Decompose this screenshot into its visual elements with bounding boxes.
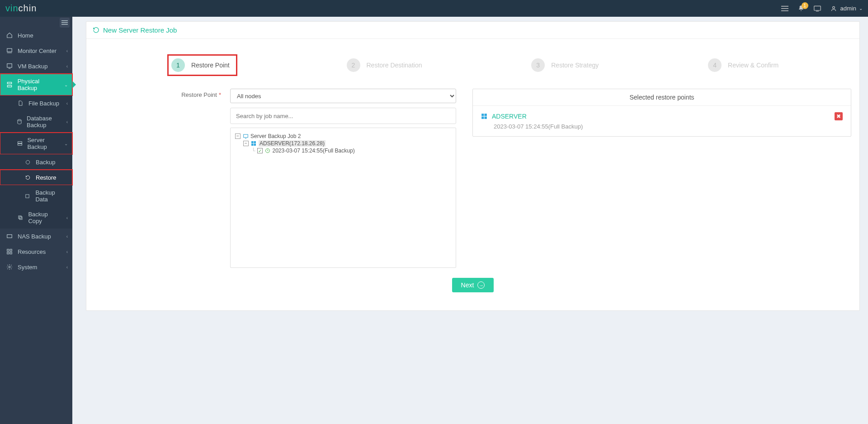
chevron-left-icon: ‹ bbox=[66, 119, 68, 124]
form-row: Restore Point* All nodes − bbox=[94, 89, 851, 268]
svg-rect-14 bbox=[7, 86, 11, 87]
sidebar-item-monitor[interactable]: Monitor Center ‹ bbox=[0, 43, 72, 58]
brand-logo: vinchin bbox=[5, 3, 37, 14]
chevron-left-icon: ‹ bbox=[66, 249, 68, 254]
svg-rect-6 bbox=[61, 20, 68, 21]
next-button[interactable]: Next → bbox=[452, 278, 494, 292]
app-header: vinchin 1 admin ⌄ bbox=[0, 0, 868, 17]
restore-title-icon bbox=[93, 27, 99, 33]
right-column: Selected restore points ADSERVER ✖ 2023-… bbox=[472, 89, 851, 268]
sidebar-item-dbbackup[interactable]: Database Backup ‹ bbox=[0, 111, 72, 133]
server-icon bbox=[17, 140, 23, 147]
sidebar-label-home: Home bbox=[18, 32, 33, 39]
search-input[interactable] bbox=[231, 108, 456, 124]
svg-rect-11 bbox=[7, 64, 12, 67]
sidebar-label-filebackup: File Backup bbox=[28, 100, 59, 107]
svg-rect-7 bbox=[61, 22, 68, 23]
step-1[interactable]: 1 Restore Point bbox=[167, 54, 237, 76]
brand-part1: vin bbox=[5, 3, 19, 13]
step-3-label: Restore Strategy bbox=[551, 62, 599, 69]
notification-badge: 1 bbox=[802, 2, 808, 9]
selected-server-name: ADSERVER bbox=[492, 113, 527, 120]
resources-icon bbox=[6, 248, 13, 255]
user-menu[interactable]: admin ⌄ bbox=[830, 5, 863, 13]
step-4[interactable]: 4 Review & Confirm bbox=[708, 54, 778, 76]
selected-panel-title: Selected restore points bbox=[473, 89, 851, 106]
arrow-right-icon: → bbox=[477, 281, 485, 289]
chevron-down-icon: ⌄ bbox=[64, 141, 68, 146]
header-right: 1 admin ⌄ bbox=[781, 5, 863, 13]
sidebar-label-physicalbackup: Physical Backup bbox=[18, 78, 60, 91]
sidebar: Home Monitor Center ‹ VM Backup ‹ Physic… bbox=[0, 17, 72, 424]
tree-job-row[interactable]: − Server Backup Job 2 bbox=[235, 133, 451, 140]
step-4-circle: 4 bbox=[708, 58, 722, 72]
sidebar-item-home[interactable]: Home bbox=[0, 28, 72, 43]
page-title: New Server Restore Job bbox=[103, 26, 177, 34]
sidebar-item-backupdata[interactable]: Backup Data bbox=[0, 185, 72, 207]
sidebar-item-system[interactable]: System ‹ bbox=[0, 259, 72, 275]
svg-point-5 bbox=[832, 6, 835, 9]
selected-item-head: ADSERVER ✖ bbox=[481, 112, 843, 120]
sidebar-label-nasbackup: NAS Backup bbox=[18, 233, 51, 240]
sidebar-item-filebackup[interactable]: File Backup ‹ bbox=[0, 95, 72, 111]
job-icon bbox=[242, 133, 249, 139]
sidebar-burger-icon[interactable] bbox=[60, 18, 70, 28]
sidebar-item-resources[interactable]: Resources ‹ bbox=[0, 244, 72, 259]
user-label: admin bbox=[840, 5, 856, 12]
tree-point-row[interactable]: └ ✓ 2023-03-07 15:24:55(Full Backup) bbox=[235, 147, 451, 154]
svg-rect-37 bbox=[481, 117, 484, 119]
svg-point-18 bbox=[26, 160, 29, 164]
svg-point-27 bbox=[9, 266, 10, 268]
sidebar-item-restore[interactable]: Restore bbox=[0, 170, 72, 185]
sidebar-collapse-row bbox=[0, 17, 72, 28]
tree-server-row[interactable]: − ADSERVER(172.18.26.28) bbox=[235, 140, 451, 147]
backup-icon bbox=[24, 158, 31, 166]
sidebar-item-physicalbackup[interactable]: Physical Backup ⌄ bbox=[0, 74, 72, 95]
active-marker-icon bbox=[72, 81, 76, 88]
copy-icon bbox=[17, 214, 24, 221]
tree-point-label: 2023-03-07 15:24:55(Full Backup) bbox=[273, 148, 355, 154]
step-3[interactable]: 3 Restore Strategy bbox=[531, 54, 599, 76]
sidebar-item-nasbackup[interactable]: NAS Backup ‹ bbox=[0, 229, 72, 244]
node-select[interactable]: All nodes bbox=[230, 89, 456, 103]
chevron-down-icon: ⌄ bbox=[859, 6, 863, 11]
tree-job-label: Server Backup Job 2 bbox=[250, 133, 301, 139]
restore-icon bbox=[24, 174, 31, 181]
sidebar-item-serverbackup[interactable]: Server Backup ⌄ bbox=[0, 133, 72, 154]
step-1-label: Restore Point bbox=[191, 62, 230, 69]
nas-icon bbox=[6, 233, 13, 240]
selected-points-panel: Selected restore points ADSERVER ✖ 2023-… bbox=[472, 89, 851, 137]
svg-rect-24 bbox=[10, 249, 12, 251]
backup-data-icon bbox=[24, 192, 31, 200]
screen-icon[interactable] bbox=[813, 5, 821, 13]
required-mark: * bbox=[219, 91, 221, 98]
sidebar-item-backup[interactable]: Backup bbox=[0, 154, 72, 170]
search-wrap bbox=[230, 108, 456, 124]
file-icon bbox=[17, 100, 24, 107]
step-2-circle: 2 bbox=[347, 58, 360, 72]
chevron-down-icon: ⌄ bbox=[64, 82, 68, 87]
brand-part2: chin bbox=[19, 3, 37, 13]
step-2[interactable]: 2 Restore Destination bbox=[347, 54, 422, 76]
windows-icon bbox=[481, 113, 487, 119]
list-icon[interactable] bbox=[781, 5, 789, 13]
svg-rect-22 bbox=[7, 235, 12, 238]
tree-collapse-icon[interactable]: − bbox=[235, 133, 241, 139]
svg-rect-33 bbox=[254, 144, 256, 146]
svg-rect-9 bbox=[7, 48, 12, 52]
sidebar-item-vmbackup[interactable]: VM Backup ‹ bbox=[0, 58, 72, 74]
sidebar-label-backup: Backup bbox=[36, 159, 55, 166]
footer-bar: Next → bbox=[94, 268, 851, 297]
notification-bell-icon[interactable]: 1 bbox=[797, 5, 805, 13]
svg-rect-26 bbox=[10, 252, 12, 254]
svg-rect-0 bbox=[781, 6, 788, 7]
sidebar-item-backupcopy[interactable]: Backup Copy ‹ bbox=[0, 207, 72, 229]
restore-point-label-text: Restore Point bbox=[181, 91, 217, 98]
gear-icon bbox=[6, 263, 13, 271]
sidebar-label-backupdata: Backup Data bbox=[35, 189, 68, 203]
sidebar-label-restore: Restore bbox=[36, 174, 57, 181]
tree-collapse-icon[interactable]: − bbox=[243, 141, 249, 146]
card-header: New Server Restore Job bbox=[86, 22, 859, 39]
remove-selected-button[interactable]: ✖ bbox=[835, 112, 843, 120]
checkbox-checked-icon[interactable]: ✓ bbox=[257, 148, 263, 153]
